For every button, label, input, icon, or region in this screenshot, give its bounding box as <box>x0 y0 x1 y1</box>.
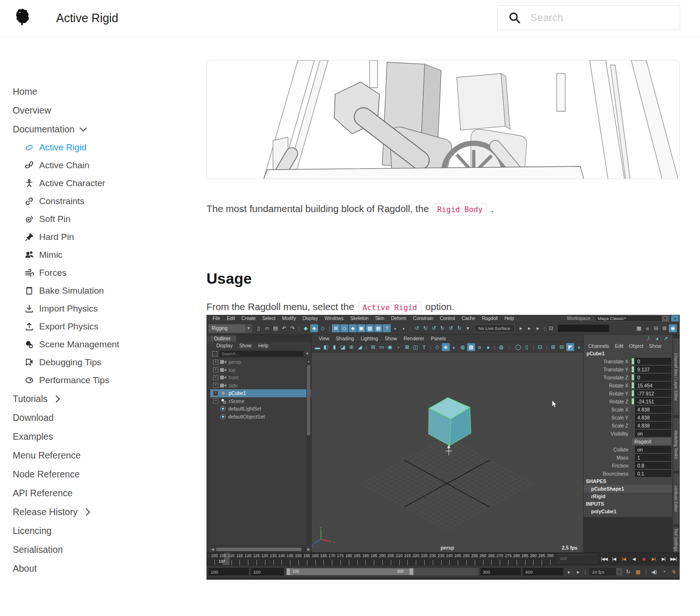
shaded-icon[interactable]: ◈ <box>442 343 450 351</box>
channelbox-item-rrigid[interactable]: rRigid <box>584 493 672 500</box>
timeline-drag-handle[interactable]: ⣿ <box>206 553 210 565</box>
step-back-button[interactable]: |◀ <box>609 555 618 563</box>
step-forward-button[interactable]: ▶| <box>659 555 668 563</box>
channel-label[interactable]: Scale X <box>584 407 631 412</box>
pane-arrow-icon[interactable]: ▸ <box>526 324 534 332</box>
sidebar-item-mimic[interactable]: Mimic <box>25 246 206 264</box>
sidebar-item-active-character[interactable]: Active Character <box>25 174 206 192</box>
textured-icon[interactable]: ◐ <box>450 343 458 351</box>
channel-label[interactable]: Translate Y <box>584 367 631 372</box>
menu-item-help[interactable]: Help <box>255 343 272 348</box>
safe-title-icon[interactable]: T <box>420 343 428 351</box>
expand-icon[interactable]: + <box>213 383 218 388</box>
pane-arrow-icon[interactable]: ▸ <box>517 324 525 332</box>
go-to-end-button[interactable]: ▶▶| <box>669 555 678 563</box>
play-end-field[interactable]: 300 <box>480 568 521 575</box>
pick-panel-icon[interactable]: ◩ <box>566 343 574 351</box>
sidebar-item-download[interactable]: Download <box>13 408 206 427</box>
sidebar-item-debugging-tips[interactable]: Debugging Tips <box>25 353 206 371</box>
display-layers-icon[interactable]: ⊟ <box>652 324 660 332</box>
menu-set-select[interactable]: Rigging ▼ <box>208 324 252 333</box>
lock-icon[interactable]: ▪ <box>391 324 399 332</box>
side-tab-attribute-editor[interactable]: Attribute Editor <box>673 474 679 524</box>
outliner-item-persp[interactable]: +persp <box>210 358 311 366</box>
sidebar-item-examples[interactable]: Examples <box>13 427 206 446</box>
play-backwards-button[interactable]: ◀ <box>629 555 638 563</box>
bookmark-icon[interactable]: ▮ <box>330 343 338 351</box>
channel-label[interactable]: Rotate Z <box>584 399 631 404</box>
wireframe-icon[interactable]: ◇ <box>433 343 441 351</box>
menu-item-deform[interactable]: Deform <box>387 316 410 321</box>
side-tab-tool-settings[interactable]: Tool Settings <box>673 527 679 552</box>
film-gate-icon[interactable]: ▭ <box>378 343 386 351</box>
expand-icon[interactable]: + <box>213 360 218 365</box>
outliner-search-input[interactable]: Search... <box>219 351 304 357</box>
play-start-field[interactable]: 100 <box>251 568 284 575</box>
select-object-icon[interactable]: ◈ <box>310 324 318 332</box>
sidebar-item-forces[interactable]: Forces <box>25 264 206 282</box>
channel-value-field[interactable]: -77.912 <box>635 390 671 397</box>
image-plane-icon[interactable]: ◪ <box>339 343 347 351</box>
channel-label[interactable]: Visibility <box>584 431 631 436</box>
keyframe-window-icon[interactable]: ▦ <box>374 324 382 332</box>
character-controls-icon[interactable]: ≡ <box>643 324 651 332</box>
menu-item-shading[interactable]: Shading <box>333 336 358 341</box>
outliner-item-top[interactable]: +top <box>210 366 311 374</box>
menu-item-windows[interactable]: Windows <box>321 316 347 321</box>
field-chart-icon[interactable]: ⊠ <box>403 343 411 351</box>
xray-icon[interactable]: ▩ <box>467 343 475 351</box>
snap-plane-icon[interactable]: ▣ <box>357 324 365 332</box>
rotate-mode-icon[interactable]: ↻ <box>421 324 429 332</box>
menu-item-help[interactable]: Help <box>501 316 518 321</box>
menu-item-skeleton[interactable]: Skeleton <box>347 316 372 321</box>
measure-icon[interactable]: ◢ <box>356 343 364 351</box>
expand-icon[interactable]: + <box>213 391 218 396</box>
sidebar-item-node-reference[interactable]: Node Reference <box>13 465 206 484</box>
exposure-icon[interactable]: ◑ <box>575 343 583 351</box>
viewport-canvas[interactable]: y x z persp 2.5 fps <box>312 353 583 552</box>
menu-item-file[interactable]: File <box>209 316 223 321</box>
depth-peel-icon[interactable]: ▯ <box>523 343 531 351</box>
channel-label[interactable]: Rotate X <box>584 383 631 388</box>
search-box[interactable] <box>497 5 680 30</box>
sidebar-item-export-physics[interactable]: Export Physics <box>25 318 206 336</box>
pane-arrow-icon[interactable]: ▸ <box>534 324 542 332</box>
channel-label[interactable]: Friction <box>584 463 631 468</box>
sidebar-item-menu-reference[interactable]: Menu Reference <box>13 446 206 465</box>
channel-value-field[interactable]: 0.8 <box>635 462 671 469</box>
menu-item-edit[interactable]: Edit <box>612 343 626 349</box>
multisample-icon[interactable]: ◯ <box>514 343 522 351</box>
go-to-start-button[interactable]: |◀◀ <box>600 555 609 563</box>
make-live-icon[interactable]: ▩ <box>366 324 374 332</box>
new-scene-icon[interactable]: ▯ <box>255 324 263 332</box>
timeline-ticks[interactable]: 1001051101151201251301351401451501551601… <box>210 553 554 565</box>
all-lights-icon[interactable]: ◍ <box>459 343 467 351</box>
sidebar-item-scene-management[interactable]: Scene Management <box>25 336 206 353</box>
range-start-handle[interactable] <box>287 568 290 575</box>
next-key-button[interactable]: ▶| <box>649 555 658 563</box>
search-input[interactable] <box>529 11 659 25</box>
live-surface-box[interactable]: No Live Surface <box>474 324 515 332</box>
outliner-item-front[interactable]: +front <box>210 374 311 382</box>
fps-select[interactable]: 24 fps ▼ <box>589 568 622 575</box>
sidebar-item-api-reference[interactable]: API Reference <box>13 484 206 502</box>
normals-icon[interactable]: ↻ <box>455 324 463 332</box>
menu-item-display[interactable]: Display <box>299 316 321 321</box>
channel-value-field[interactable]: on <box>635 446 671 453</box>
outliner-item-pcube1[interactable]: +pCube1 <box>210 389 311 397</box>
outliner-item-defaultlightset[interactable]: defaultLightSet <box>210 405 311 413</box>
menu-item-view[interactable]: View <box>315 336 333 341</box>
quick-select-input[interactable] <box>558 324 609 332</box>
sidebar-item-import-physics[interactable]: Import Physics <box>25 300 206 318</box>
expand-icon[interactable]: + <box>213 398 218 403</box>
snap-grid-icon[interactable]: ⊞ <box>332 324 340 332</box>
cached-playback-icon[interactable]: ◔ <box>660 568 668 576</box>
channel-value-field[interactable]: 9.137 <box>635 366 671 373</box>
menu-item-create[interactable]: Create <box>238 316 259 321</box>
channel-label[interactable]: Bounciness <box>584 471 631 476</box>
menu-item-skin[interactable]: Skin <box>372 316 387 321</box>
surface-icon[interactable]: ↻ <box>438 324 446 332</box>
range-slider[interactable]: 100 300 <box>286 568 478 575</box>
channel-value-field[interactable]: 4.838 <box>635 406 671 413</box>
sidebar-item-documentation[interactable]: Documentation <box>13 120 206 139</box>
